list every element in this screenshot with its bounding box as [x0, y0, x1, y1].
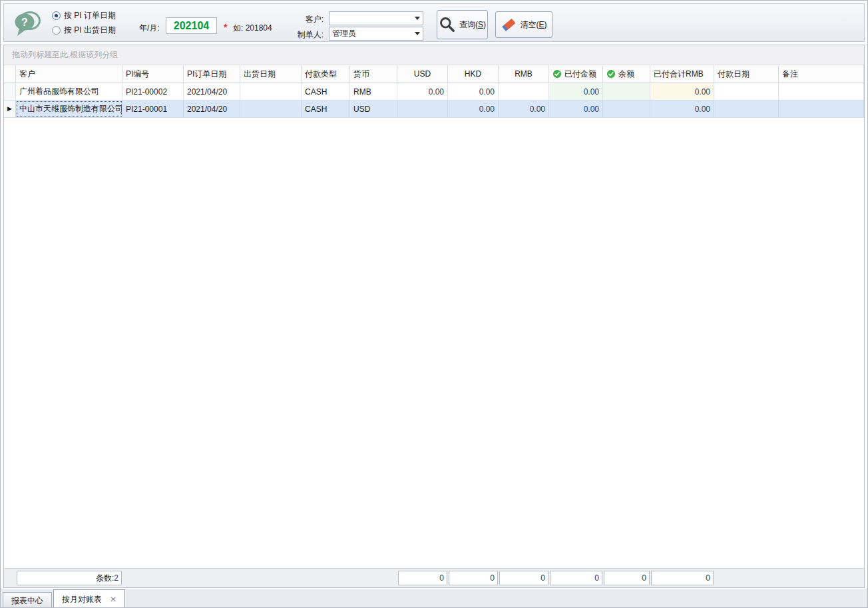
- column-header-usd[interactable]: USD: [397, 65, 448, 83]
- close-icon[interactable]: ✕: [110, 595, 116, 603]
- help-icon[interactable]: ?: [11, 9, 43, 38]
- cell-paid[interactable]: 0.00: [549, 83, 603, 100]
- footer-cell-hkd: 0: [448, 569, 499, 587]
- cell-remark[interactable]: [779, 101, 864, 117]
- summary-paid: 0: [550, 571, 602, 585]
- clear-button-label: 清空(E): [520, 19, 546, 31]
- column-header-label: 出货日期: [244, 69, 276, 80]
- column-header-remark[interactable]: 备注: [779, 65, 864, 83]
- year-month-label: 年/月:: [139, 23, 160, 34]
- summary-rmb: 0: [499, 571, 548, 585]
- cell-customer[interactable]: 广州着品服饰有限公司: [16, 83, 122, 100]
- cell-ship_date[interactable]: [240, 101, 302, 117]
- tab-monthly-reconciliation[interactable]: 按月对账表 ✕: [53, 589, 125, 608]
- cell-pay_type[interactable]: CASH: [302, 101, 350, 117]
- search-button[interactable]: 查询(S): [437, 10, 488, 39]
- column-header-label: 货币: [353, 69, 369, 80]
- column-header-customer[interactable]: 客户: [16, 65, 122, 83]
- summary-paid_total_rmb: 0: [651, 571, 714, 585]
- cell-pi_no[interactable]: PI21-00002: [122, 83, 184, 100]
- radio-button-icon[interactable]: [52, 26, 61, 35]
- column-header-currency[interactable]: 货币: [350, 65, 397, 83]
- column-header-label: PI订单日期: [187, 69, 226, 80]
- check-icon: [606, 69, 616, 79]
- footer-cell-paid_total_rmb: 0: [650, 569, 714, 587]
- clear-button[interactable]: 清空(E): [495, 11, 552, 38]
- footer-cell-pay_type: [302, 569, 350, 587]
- column-header-label: HKD: [465, 69, 481, 79]
- cell-pay_date[interactable]: [714, 83, 779, 100]
- group-by-drop-zone[interactable]: 拖动列标题至此,根据该列分组: [4, 45, 864, 65]
- report-grid: 拖动列标题至此,根据该列分组 客户PI编号PI订单日期出货日期付款类型货币USD…: [3, 45, 865, 588]
- cell-pay_type[interactable]: CASH: [302, 83, 350, 100]
- cell-ship_date[interactable]: [240, 83, 302, 100]
- app-window: ? 按 PI 订单日期 按 PI 出货日期 年/月: * 如: 201804 客…: [0, 0, 868, 608]
- column-header-pay_type[interactable]: 付款类型: [302, 65, 350, 83]
- cell-customer[interactable]: 中山市天维服饰制造有限公司: [16, 101, 122, 117]
- maker-combobox-value[interactable]: 管理员: [329, 28, 412, 39]
- column-header-pay_date[interactable]: 付款日期: [714, 65, 779, 83]
- column-header-hkd[interactable]: HKD: [448, 65, 499, 83]
- cell-usd[interactable]: [397, 101, 448, 117]
- year-month-hint: 如: 201804: [233, 23, 272, 34]
- tab-report-center[interactable]: 报表中心: [3, 592, 52, 608]
- toolbar: ? 按 PI 订单日期 按 PI 出货日期 年/月: * 如: 201804 客…: [3, 3, 865, 42]
- tab-label: 报表中心: [11, 595, 43, 607]
- summary-hkd: 0: [449, 571, 498, 585]
- cell-paid[interactable]: 0.00: [549, 101, 603, 117]
- column-header-ship_date[interactable]: 出货日期: [240, 65, 302, 83]
- cell-pi_order_date[interactable]: 2021/04/20: [184, 101, 240, 117]
- cell-balance[interactable]: [603, 101, 650, 117]
- date-mode-radio-group: 按 PI 订单日期 按 PI 出货日期: [52, 9, 116, 37]
- customer-label: 客户:: [306, 14, 324, 25]
- column-header-paid[interactable]: 已付金额: [549, 65, 603, 83]
- table-row[interactable]: 广州着品服饰有限公司PI21-000022021/04/20CASHRMB0.0…: [4, 83, 864, 101]
- radio-label[interactable]: 按 PI 订单日期: [64, 10, 116, 21]
- cell-hkd[interactable]: 0.00: [448, 101, 499, 117]
- maker-combobox[interactable]: 管理员: [329, 27, 423, 41]
- cell-usd[interactable]: 0.00: [397, 83, 448, 100]
- cell-pi_order_date[interactable]: 2021/04/20: [184, 83, 240, 100]
- cell-paid_total_rmb[interactable]: 0.00: [650, 83, 714, 100]
- column-header-indicator: [4, 65, 16, 83]
- column-header-label: 备注: [782, 69, 798, 80]
- footer-cell-ship_date: [240, 569, 302, 587]
- dropdown-arrow-icon[interactable]: [412, 27, 423, 40]
- eraser-icon: [501, 17, 517, 33]
- cell-pi_no[interactable]: PI21-00001: [122, 101, 184, 117]
- cell-pay_date[interactable]: [714, 101, 779, 117]
- column-header-pi_no[interactable]: PI编号: [122, 65, 184, 83]
- maker-label: 制单人:: [298, 29, 324, 41]
- column-header-balance[interactable]: 余额: [603, 65, 650, 83]
- radio-pi-order-date[interactable]: 按 PI 订单日期: [52, 9, 116, 22]
- footer-cell-remark: [779, 569, 864, 587]
- row-indicator-cell: ▶: [4, 101, 16, 117]
- customer-combobox[interactable]: [329, 11, 423, 25]
- cell-paid_total_rmb[interactable]: 0.00: [650, 101, 714, 117]
- cell-rmb[interactable]: 0.00: [499, 101, 549, 117]
- svg-text:?: ?: [21, 17, 28, 28]
- radio-label[interactable]: 按 PI 出货日期: [64, 25, 116, 36]
- column-header-label: 付款日期: [718, 69, 750, 80]
- row-count: 条数:2: [17, 571, 122, 585]
- radio-pi-ship-date[interactable]: 按 PI 出货日期: [52, 24, 116, 37]
- cell-balance[interactable]: [603, 83, 650, 100]
- radio-button-icon[interactable]: [52, 11, 61, 20]
- grid-empty-area: [4, 118, 864, 568]
- search-icon: [439, 16, 456, 33]
- year-month-input[interactable]: [166, 17, 217, 34]
- column-header-label: 客户: [19, 69, 35, 80]
- column-header-paid_total_rmb[interactable]: 已付合计RMB: [650, 65, 714, 83]
- column-header-rmb[interactable]: RMB: [499, 65, 549, 83]
- dropdown-arrow-icon[interactable]: [412, 12, 423, 25]
- cell-hkd[interactable]: 0.00: [448, 83, 499, 100]
- footer-cell-balance: 0: [603, 569, 650, 587]
- cell-currency[interactable]: RMB: [350, 83, 397, 100]
- column-header-pi_order_date[interactable]: PI订单日期: [184, 65, 240, 83]
- selected-row-indicator-icon: ▶: [7, 106, 12, 112]
- cell-rmb[interactable]: [499, 83, 549, 100]
- footer-cell-indicator: [4, 569, 16, 587]
- table-row[interactable]: ▶中山市天维服饰制造有限公司PI21-000012021/04/20CASHUS…: [4, 101, 864, 118]
- cell-remark[interactable]: [779, 83, 864, 100]
- cell-currency[interactable]: USD: [350, 101, 397, 117]
